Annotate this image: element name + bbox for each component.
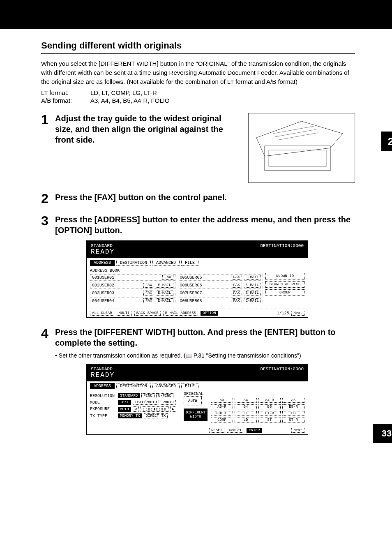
addr-row[interactable]: 005USER05FAXE-MAIL (178, 274, 263, 281)
step-1-number: 1 (41, 113, 55, 183)
multi-button[interactable]: MULTI (117, 311, 132, 316)
exposure-right-icon[interactable]: ▶ (170, 406, 176, 412)
fax-button[interactable]: FAX (231, 275, 242, 280)
group-button[interactable]: GROUP (265, 289, 304, 296)
addr-name: 001USER01 (92, 275, 114, 280)
addr-name: 002USER02 (92, 283, 114, 288)
email-button[interactable]: E-MAIL (244, 275, 261, 280)
reset-button[interactable]: RESET (209, 428, 224, 433)
res-ufine-button[interactable]: U-FINE (156, 393, 173, 398)
email-button[interactable]: E-MAIL (156, 298, 173, 303)
size-button[interactable]: LD (235, 418, 257, 422)
page-content: Sending different width originals When y… (0, 29, 392, 447)
size-button[interactable]: LG (282, 411, 304, 416)
tab-destination[interactable]: DESTINATION (116, 383, 151, 389)
step-4: 4 Press the [DIFFERENT WIDTH] button. An… (41, 327, 355, 359)
mode-photo-button[interactable]: PHOTO (161, 400, 176, 405)
all-clear-button[interactable]: ALL CLEAR (90, 311, 114, 316)
fax-button[interactable]: FAX (143, 283, 154, 288)
res-standard-button[interactable]: STANDARD (118, 393, 140, 398)
next-button[interactable]: Next (291, 428, 304, 433)
tab-file[interactable]: FILE (181, 383, 198, 389)
size-button[interactable]: A5-R (211, 404, 233, 409)
step-2: 2 Press the [FAX] button on the control … (41, 192, 355, 205)
size-button[interactable]: A4 (235, 398, 257, 403)
svg-line-3 (273, 126, 314, 134)
bullet-ref: P.31 "Setting the transmission condition… (194, 352, 301, 359)
size-button[interactable]: A5 (282, 398, 304, 403)
addr-row[interactable]: 002USER02FAXE-MAIL (90, 282, 175, 289)
size-button[interactable]: B4 (235, 404, 257, 409)
size-button[interactable]: FOLIO (211, 411, 233, 416)
addr-name: 004USER04 (92, 299, 114, 303)
fax-button[interactable]: FAX (231, 283, 242, 288)
tab-advanced[interactable]: ADVANCED (152, 383, 180, 389)
cancel-button[interactable]: CANCEL (227, 428, 244, 433)
size-button[interactable]: B5-R (282, 404, 304, 409)
fax-button[interactable]: FAX (162, 275, 173, 280)
addr-row[interactable]: 004USER04FAXE-MAIL (90, 298, 175, 304)
fax-button[interactable]: FAX (231, 298, 242, 303)
step-4-heading: Press the [DIFFERENT WIDTH] button. And … (55, 327, 355, 348)
tab-file[interactable]: FILE (181, 260, 198, 266)
tab-destination[interactable]: DESTINATION (116, 260, 151, 266)
step-2-heading: Press the [FAX] button on the control pa… (55, 192, 355, 203)
svg-rect-0 (265, 146, 330, 171)
exposure-left-icon[interactable]: ◁ (133, 406, 139, 412)
size-button[interactable]: LT (235, 411, 257, 416)
addr-row[interactable]: 003USER03FAXE-MAIL (90, 290, 175, 296)
res-fine-button[interactable]: FINE (141, 393, 154, 398)
next-button[interactable]: Next (291, 311, 304, 316)
email-button[interactable]: E-MAIL (244, 283, 261, 288)
address-book-label: ADDRESS BOOK (90, 268, 304, 273)
addr-row[interactable]: 006USER06FAXE-MAIL (178, 282, 263, 289)
addr-row[interactable]: 001USER01FAX (90, 274, 175, 281)
option-screen: STANDARD READY DESTINATION:0000 ADDRESS … (86, 364, 308, 435)
size-grid: A3 A4 A4-R A5 A5-R B4 B5 B5-R FOLIO LT L… (211, 398, 304, 422)
email-address-button[interactable]: E-MAIL ADDRESS (163, 311, 198, 316)
exposure-auto-button[interactable]: AUTO (118, 407, 131, 412)
original-auto-button[interactable]: AUTO (184, 396, 202, 406)
size-button[interactable]: LT-R (258, 411, 281, 416)
size-button[interactable]: A4-R (258, 398, 281, 403)
screen2-ready: READY (91, 372, 115, 379)
fax-button[interactable]: FAX (143, 291, 154, 295)
addr-row[interactable]: 007USER07FAXE-MAIL (178, 290, 263, 296)
txtype-label: TX TYPE (90, 414, 116, 418)
size-button[interactable]: A3 (211, 398, 233, 403)
size-button[interactable]: B5 (258, 404, 281, 409)
mode-textphoto-button[interactable]: TEXT/PHOTO (133, 400, 159, 405)
intro-paragraph: When you select the [DIFFERENT WIDTH] bu… (41, 59, 355, 86)
original-label: ORIGINAL (184, 392, 304, 396)
step-4-bullet: • Set the other transmission condition a… (55, 352, 355, 359)
addr-row[interactable]: 008USER08FAXE-MAIL (178, 298, 263, 304)
size-button[interactable]: ST (258, 418, 281, 422)
enter-button[interactable]: ENTER (247, 428, 262, 433)
fax-button[interactable]: FAX (143, 298, 154, 303)
size-button[interactable]: ST-R (282, 418, 304, 422)
tab-advanced[interactable]: ADVANCED (152, 260, 180, 266)
option-button[interactable]: OPTION (201, 311, 218, 316)
address-screen: STANDARD READY DESTINATION:0000 ADDRESS … (86, 240, 308, 318)
tx-direct-button[interactable]: DIRECT TX (144, 413, 168, 418)
svg-marker-2 (256, 121, 343, 156)
known-id-button[interactable]: KNOWN ID (265, 273, 304, 279)
tab-address[interactable]: ADDRESS (90, 383, 115, 389)
backspace-button[interactable]: BACK SPACE (134, 311, 161, 316)
different-width-button[interactable]: DIFFERENT WIDTH (184, 409, 208, 421)
size-button[interactable]: COMP (211, 418, 233, 422)
exposure-scale: ▯▯▯▯▮▯▯▯▯ (141, 406, 168, 412)
email-button[interactable]: E-MAIL (156, 291, 173, 295)
email-button[interactable]: E-MAIL (156, 283, 173, 288)
email-button[interactable]: E-MAIL (244, 291, 261, 295)
fax-button[interactable]: FAX (231, 291, 242, 295)
mode-text-button[interactable]: TEXT (118, 400, 131, 405)
lt-format-row: LT format: LD, LT, COMP, LG, LT-R (41, 89, 355, 96)
section-title: Sending different width originals (41, 40, 355, 54)
tx-memory-button[interactable]: MEMORY TX (118, 413, 142, 418)
header-bar (0, 0, 392, 29)
search-address-button[interactable]: SEARCH ADDRESS (265, 281, 304, 288)
machine-illustration (248, 113, 355, 183)
email-button[interactable]: E-MAIL (244, 298, 261, 303)
tab-address[interactable]: ADDRESS (90, 260, 115, 266)
